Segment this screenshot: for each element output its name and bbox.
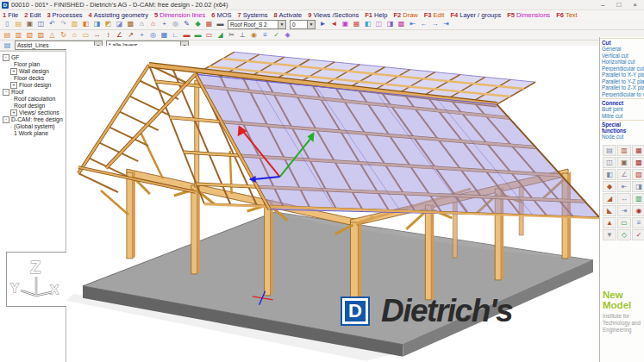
panel-tool-icon[interactable]: ▲ xyxy=(603,217,616,228)
tree-item-wall-design[interactable]: +Wall design xyxy=(0,68,66,75)
panel-tool-icon[interactable]: ◧ xyxy=(603,169,616,180)
info-icon[interactable]: ◈ xyxy=(283,31,293,40)
roof-icon[interactable]: ◢ xyxy=(216,31,226,40)
dim-angle-icon[interactable]: ∠ xyxy=(115,31,125,40)
collapse-icon[interactable]: - xyxy=(3,54,9,61)
axis-icon[interactable]: + xyxy=(137,31,147,40)
tree-item-views-sections[interactable]: +Views/ sections xyxy=(0,109,66,116)
tree-item-roof[interactable]: -Roof xyxy=(0,89,66,96)
panel-tool-icon[interactable]: ✓ xyxy=(632,229,644,240)
command-parallel-to-y-z-plane[interactable]: Parallel to Y-Z plane xyxy=(600,78,644,85)
window-new-icon[interactable]: ◧ xyxy=(81,20,91,28)
menu-item-layer-groups[interactable]: F4Layer / groups xyxy=(450,11,501,19)
chevron-down-icon[interactable]: ▼ xyxy=(278,21,285,28)
dim-vertical-icon[interactable]: ↕ xyxy=(103,31,114,40)
activate-icon[interactable]: ► xyxy=(318,20,328,28)
zone-icon[interactable]: ◧ xyxy=(363,20,373,28)
menu-item-edit[interactable]: 2Edit xyxy=(24,11,41,19)
rotate-view-icon[interactable]: ◎ xyxy=(171,20,181,28)
ortho-icon[interactable]: ∟ xyxy=(171,31,181,40)
menu-item-assisting-geometry[interactable]: 4Assisting geometry xyxy=(89,11,149,19)
drawing-canvas[interactable]: D Dietrich's xyxy=(66,46,599,362)
number-select[interactable]: 0▼ xyxy=(290,20,316,29)
last-icon[interactable]: ⇥ xyxy=(441,20,452,28)
prev-icon[interactable]: ← xyxy=(419,20,429,28)
panel-tool-icon[interactable]: ▤ xyxy=(603,145,616,156)
next-icon[interactable]: → xyxy=(430,20,441,28)
menu-item-text[interactable]: F6Text xyxy=(556,11,578,19)
panel-tool-icon[interactable]: ▣ xyxy=(617,157,631,168)
collapse-icon[interactable]: - xyxy=(3,89,9,96)
command-general[interactable]: General xyxy=(600,46,644,53)
panel-tool-icon[interactable]: ◣ xyxy=(603,205,616,216)
menu-item-mos[interactable]: 6MOS xyxy=(211,11,231,19)
tree-item-global-system[interactable]: ‐(Global system) xyxy=(0,123,66,130)
menu-item-processes[interactable]: 3Processes xyxy=(47,11,82,19)
mirror-icon[interactable]: ◨ xyxy=(385,20,396,28)
minimize-button[interactable]: – xyxy=(601,1,604,9)
snap-icon[interactable]: ◎ xyxy=(148,31,159,40)
panel-tool-icon[interactable]: ◇ xyxy=(617,229,631,240)
panel-tool-icon[interactable]: ∠ xyxy=(617,169,631,180)
draw-icon[interactable]: ✎ xyxy=(182,20,192,28)
command-butt-joint[interactable]: Butt joint xyxy=(600,106,644,113)
first-icon[interactable]: ⇤ xyxy=(408,20,418,28)
panel-tool-icon[interactable]: ▥ xyxy=(617,145,631,156)
view-rotate-icon[interactable]: ↻ xyxy=(59,31,69,40)
chevron-down-icon[interactable]: ▼ xyxy=(307,21,315,28)
command-perpendicular-cut[interactable]: Perpendicular cut xyxy=(600,66,644,72)
panel-tool-icon[interactable]: ▭ xyxy=(617,217,631,228)
join-icon[interactable]: ⊥ xyxy=(238,31,248,40)
save-icon[interactable]: ▣ xyxy=(25,20,35,28)
beam-icon[interactable]: ▬ xyxy=(182,31,192,40)
menu-item-systems[interactable]: 7Systems xyxy=(237,11,267,19)
tree-item-floor-decks[interactable]: ‐Floor decks xyxy=(0,75,66,82)
undo-icon[interactable]: ↶ xyxy=(47,20,58,28)
dim-arrow-icon[interactable]: ↗ xyxy=(126,31,136,40)
close-button[interactable]: × xyxy=(633,1,637,9)
copy-icon[interactable]: ◫ xyxy=(374,20,385,28)
panel-tool-icon[interactable]: ≡ xyxy=(632,217,644,228)
print-icon[interactable]: ▬ xyxy=(216,20,226,28)
zoom-window-icon[interactable]: ▭ xyxy=(81,31,91,40)
menu-item-activate[interactable]: 8Activate xyxy=(273,11,302,19)
panel-tool-icon[interactable]: ◆ xyxy=(603,181,616,192)
panel-tool-icon[interactable]: ◫ xyxy=(603,157,616,168)
redo-icon[interactable]: ↷ xyxy=(59,20,69,28)
command-node-cut[interactable]: Node cut xyxy=(600,134,644,140)
tree-item-floor-design[interactable]: +Floor design xyxy=(0,82,66,89)
view-top-icon[interactable]: ▤ xyxy=(3,31,13,40)
pan-icon[interactable]: + xyxy=(159,20,170,28)
tree-item-1-work-plane[interactable]: ‐1 Work plane xyxy=(0,130,66,137)
panel-tool-icon[interactable]: ▦ xyxy=(632,145,644,156)
command-parallel-to-x-y-plane[interactable]: Parallel to X-Y plane xyxy=(600,72,644,78)
expand-icon[interactable]: + xyxy=(10,68,17,75)
list-icon[interactable]: ▦ xyxy=(204,20,215,28)
window-copy-icon[interactable]: ◨ xyxy=(92,20,103,28)
wall-icon[interactable]: ▭ xyxy=(204,31,215,40)
view-select[interactable]: Roof Roof_S 2▼ xyxy=(228,20,286,29)
grid-icon[interactable]: ▦ xyxy=(159,31,170,40)
panel-tool-icon[interactable]: ▧ xyxy=(632,169,644,180)
panel-tool-icon[interactable]: ⇤ xyxy=(617,181,631,192)
panel-tool-icon[interactable]: ↔ xyxy=(617,193,631,204)
command-parallel-to-z-x-plane[interactable]: Parallel to Z-X plane xyxy=(600,84,644,91)
menu-item-file[interactable]: 1File xyxy=(3,11,18,19)
command-mitre-cut[interactable]: Mitre cut xyxy=(600,113,644,120)
panel-tool-icon[interactable]: ▥ xyxy=(632,193,644,204)
drill-icon[interactable]: ◉ xyxy=(249,31,259,40)
panel-tool-icon[interactable]: ◨ xyxy=(632,181,644,192)
cut-icon[interactable]: ✂ xyxy=(227,31,237,40)
menu-item-dimensions[interactable]: F5Dimensions xyxy=(507,11,550,19)
menu-item-dimension-lines[interactable]: 5Dimension lines xyxy=(154,11,205,19)
menu-item-help[interactable]: F1Help xyxy=(365,11,387,19)
command-perpendicular-to-view[interactable]: Perpendicular to view xyxy=(600,91,644,98)
project-manager-icon[interactable]: ◫ xyxy=(36,20,47,28)
stamp-icon[interactable]: ▩ xyxy=(397,20,407,28)
view-iso-icon[interactable]: ▨ xyxy=(36,31,47,40)
command-vertical-cut[interactable]: Vertical cut xyxy=(600,53,644,59)
group-icon[interactable]: ▦ xyxy=(352,20,362,28)
maximize-button[interactable]: □ xyxy=(616,1,621,9)
tree-item-floor-plan[interactable]: ‐Floor plan xyxy=(0,61,66,68)
panel-green-icon[interactable]: ▬ xyxy=(193,31,203,40)
